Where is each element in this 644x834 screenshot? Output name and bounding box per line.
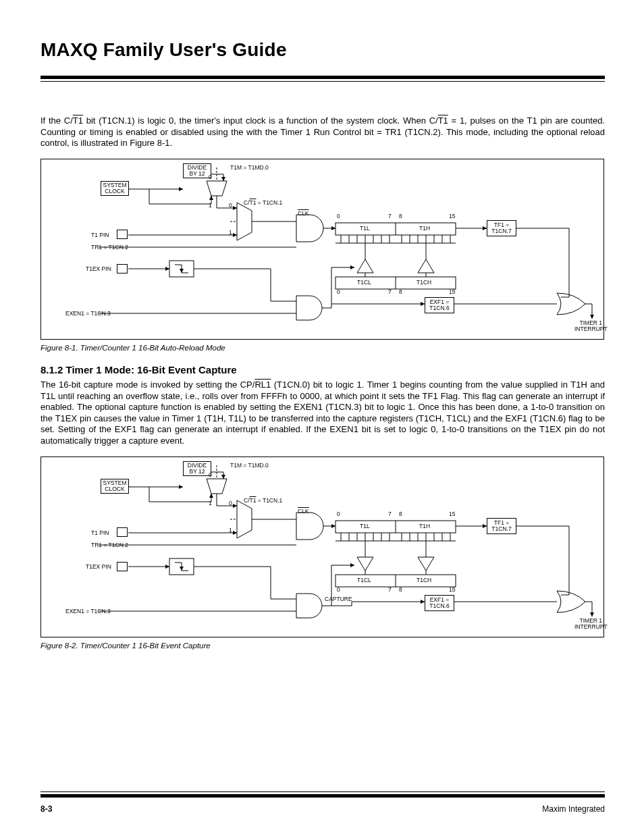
svg-marker-71 xyxy=(179,485,183,489)
fig1-t1ex-box xyxy=(117,264,128,273)
svg-marker-41 xyxy=(418,259,434,273)
fig1-clk-label: CLK xyxy=(298,211,309,217)
fig2-bit8-top: 8 xyxy=(399,511,402,517)
fig2-bit7-top: 7 xyxy=(388,511,392,517)
fig1-t1ch-label: T1CH xyxy=(417,280,431,286)
svg-marker-127 xyxy=(165,565,169,569)
fig1-t1cl-label: T1CL xyxy=(357,280,371,286)
svg-marker-83 xyxy=(233,504,237,508)
fig2-timerint-label: TIMER 1 INTERRUPT xyxy=(574,618,608,630)
svg-marker-1 xyxy=(179,187,183,191)
svg-marker-74 xyxy=(221,475,225,479)
fig1-tf1-box: TF1 = T1CN.7 xyxy=(487,220,516,236)
fig1-t1h-label: T1H xyxy=(419,226,430,232)
svg-marker-91 xyxy=(331,524,336,528)
paragraph-1: If the C/T1 bit (T1CN.1) is logic 0, the… xyxy=(41,115,605,149)
svg-marker-4 xyxy=(221,177,225,181)
svg-marker-78 xyxy=(209,494,213,498)
svg-marker-125 xyxy=(590,613,594,617)
fig1-sysclock-box: SYSTEM CLOCK xyxy=(101,181,129,196)
fig1-bit7-bot: 7 xyxy=(388,289,392,295)
fig2-mux2-0: 0 xyxy=(229,500,232,506)
footer-brand: Maxim Integrated xyxy=(542,804,605,814)
fig2-t1h-label: T1H xyxy=(419,523,430,529)
svg-marker-57 xyxy=(165,267,169,271)
fig1-mux1-1: 1 xyxy=(209,203,212,209)
svg-marker-129 xyxy=(180,567,184,571)
fig2-mux2-1: 1 xyxy=(229,527,232,533)
fig1-bit8-bot: 8 xyxy=(399,289,402,295)
page-number: 8-3 xyxy=(41,804,52,814)
fig2-t1ch-label: T1CH xyxy=(417,577,431,583)
fig1-bit0-top: 0 xyxy=(337,213,340,219)
fig2-clk-label: CLK xyxy=(298,509,309,515)
fig2-divide-box: DIVIDE BY 12 xyxy=(183,461,211,476)
svg-marker-79 xyxy=(207,479,227,494)
fig2-tf1-box: TF1 = T1CN.7 xyxy=(487,518,516,534)
fig1-timerint-label: TIMER 1 INTERRUPT xyxy=(574,320,608,332)
fig2-bit15-bot: 15 xyxy=(449,587,455,593)
fig2-t1l-label: T1L xyxy=(360,523,370,529)
svg-marker-84 xyxy=(237,500,252,538)
fig2-exf1-box: EXF1 = T1CN.6 xyxy=(425,595,454,611)
svg-marker-87 xyxy=(233,531,237,535)
fig2-t1cl-label: T1CL xyxy=(357,577,371,583)
svg-marker-17 xyxy=(233,233,237,237)
fig2-exen1-label: EXEN1 = T1CN.3 xyxy=(65,608,111,615)
fig2-t1ex-label: T1EX PIN xyxy=(86,564,111,570)
figure-8-1: DIVIDE BY 12 SYSTEM CLOCK T1M = T1MD.0 C… xyxy=(41,159,604,340)
svg-marker-137 xyxy=(350,563,354,567)
svg-marker-111 xyxy=(418,557,434,571)
fig2-bit0-bot: 0 xyxy=(337,587,340,593)
svg-marker-59 xyxy=(180,269,184,273)
fig2-t1pin-box xyxy=(117,527,128,537)
page-title: MAXQ Family User's Guide xyxy=(41,39,605,61)
fig1-t1pin-label: T1 PIN xyxy=(91,232,109,238)
header-rule-thin xyxy=(41,81,605,82)
fig2-tr1-label: TR1 = T1CN.2 xyxy=(91,542,128,548)
fig1-bit7-top: 7 xyxy=(388,213,392,219)
fig1-bit15-bot: 15 xyxy=(449,289,455,295)
figure-8-1-caption: Figure 8-1. Timer/Counter 1 16-Bit Auto-… xyxy=(41,344,605,352)
svg-marker-39 xyxy=(357,259,373,273)
fig1-bit15-top: 15 xyxy=(449,213,455,219)
fig1-ct1-label: C/T1 = T1CN.1 xyxy=(244,200,282,206)
fig2-t1ex-box xyxy=(117,562,128,571)
fig1-exf1-box: EXF1 = T1CN.6 xyxy=(425,297,454,313)
fig1-t1ex-label: T1EX PIN xyxy=(86,266,111,272)
figure-8-2-caption: Figure 8-2. Timer/Counter 1 16-Bit Event… xyxy=(41,642,605,650)
svg-marker-13 xyxy=(233,206,237,210)
figure-8-2: DIVIDE BY 12 SYSTEM CLOCK T1M = T1MD.0 C… xyxy=(41,457,604,637)
fig2-bit7-bot: 7 xyxy=(388,587,392,593)
fig2-bit15-top: 15 xyxy=(449,511,455,517)
fig1-divide-box: DIVIDE BY 12 xyxy=(183,163,211,178)
fig1-t1pin-box xyxy=(117,230,128,239)
fig2-bit8-bot: 8 xyxy=(399,587,402,593)
page-footer: 8-3 Maxim Integrated xyxy=(0,789,644,814)
fig1-exen1-label: EXEN1 = T1CN.3 xyxy=(65,311,111,317)
fig1-mux2-1: 1 xyxy=(229,230,232,236)
fig1-t1l-label: T1L xyxy=(360,226,370,232)
svg-marker-67 xyxy=(350,265,354,269)
fig1-bit8-top: 8 xyxy=(399,213,402,219)
fig2-capture-label: CAPTURE xyxy=(325,596,352,602)
svg-marker-21 xyxy=(331,226,336,230)
fig1-tr1-label: TR1 = T1CN.2 xyxy=(91,244,128,251)
fig2-t1m-label: T1M = T1MD.0 xyxy=(230,463,269,469)
header-rule-thick xyxy=(41,76,605,79)
section-8-1-2-heading: 8.1.2 Timer 1 Mode: 16-Bit Event Capture xyxy=(41,364,605,375)
fig2-sysclock-box: SYSTEM CLOCK xyxy=(101,479,129,494)
svg-marker-8 xyxy=(209,196,213,200)
fig2-bit0-top: 0 xyxy=(337,511,340,517)
paragraph-2: The 16-bit capture mode is invoked by se… xyxy=(41,380,605,447)
svg-marker-55 xyxy=(590,315,594,319)
svg-marker-109 xyxy=(357,557,373,571)
svg-marker-14 xyxy=(237,203,252,240)
svg-marker-9 xyxy=(207,181,227,196)
fig1-bit0-bot: 0 xyxy=(337,289,340,295)
fig2-mux1-0: 0 xyxy=(209,472,212,478)
fig1-mux1-0: 0 xyxy=(209,174,212,180)
fig2-mux1-1: 1 xyxy=(209,500,212,506)
fig1-mux2-0: 0 xyxy=(229,203,232,209)
fig2-t1pin-label: T1 PIN xyxy=(91,530,109,536)
